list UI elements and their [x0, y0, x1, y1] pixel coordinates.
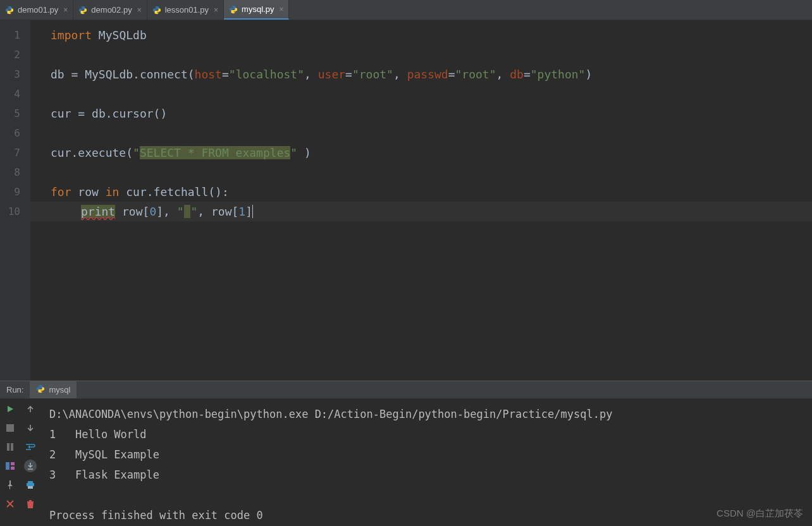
identifier: MySQLdb [92, 28, 147, 42]
tab-label: demo01.py [18, 5, 58, 15]
code-line-5[interactable]: cur = db.cursor() [30, 104, 812, 123]
tab-demo01[interactable]: demo01.py × [0, 0, 73, 20]
code-line-4[interactable] [30, 84, 812, 104]
console-line: D:\ANACONDA\envs\python-begin\python.exe… [49, 408, 612, 420]
svg-rect-4 [11, 462, 15, 465]
highlighted-text: SELECT * FROM examples [140, 146, 290, 159]
run-panel: Run: mysql D:\ANACOND [0, 381, 812, 526]
console-output[interactable]: D:\ANACONDA\envs\python-begin\python.exe… [40, 399, 812, 526]
line-number: 2 [0, 45, 30, 64]
python-icon [36, 384, 45, 395]
code-line-1[interactable]: import MySQLdb [30, 25, 812, 45]
layout-button[interactable] [4, 460, 16, 472]
delete-icon[interactable] [24, 498, 37, 510]
console-line: 1 Hello World [49, 428, 147, 441]
line-number: 6 [0, 123, 30, 143]
tab-label: mysql.py [242, 4, 274, 14]
svg-rect-2 [11, 443, 13, 451]
python-icon [152, 6, 161, 15]
down-arrow-icon[interactable] [24, 422, 37, 434]
scroll-to-end-icon[interactable] [24, 460, 37, 472]
line-number: 8 [0, 162, 30, 182]
print-icon[interactable] [24, 479, 37, 491]
code-line-10[interactable]: print row[0], " ", row[1] [30, 202, 812, 221]
line-number: 7 [0, 143, 30, 162]
svg-rect-6 [28, 481, 33, 483]
keyword: import [51, 28, 92, 42]
editor[interactable]: 1 2 3 4 5 6 7 8 9 10 import MySQLdb db =… [0, 20, 812, 381]
pause-button[interactable] [4, 441, 16, 453]
tab-demo02[interactable]: demo02.py × [73, 0, 147, 20]
line-number: 9 [0, 182, 30, 202]
line-number: 4 [0, 84, 30, 104]
run-header: Run: mysql [0, 381, 812, 399]
run-label: Run: [0, 385, 30, 394]
close-icon[interactable]: × [63, 6, 68, 15]
code-line-8[interactable] [30, 162, 812, 182]
code-line-2[interactable] [30, 45, 812, 64]
console-line: Process finished with exit code 0 [49, 509, 263, 522]
close-button[interactable] [4, 498, 16, 510]
rerun-button[interactable] [4, 403, 16, 415]
watermark: CSDN @白芷加茯苓 [717, 508, 803, 520]
svg-rect-3 [6, 462, 9, 470]
soft-wrap-icon[interactable] [24, 441, 37, 453]
run-tab-label: mysql [49, 385, 70, 394]
python-icon [229, 5, 238, 14]
print-keyword: print [81, 205, 115, 218]
tab-mysql[interactable]: mysql.py × [224, 0, 289, 20]
svg-rect-7 [27, 483, 34, 486]
pin-button[interactable] [4, 479, 16, 491]
tab-label: lesson01.py [165, 5, 209, 15]
editor-tab-bar: demo01.py × demo02.py × lesson01.py × my… [0, 0, 812, 20]
tab-lesson01[interactable]: lesson01.py × [147, 0, 224, 20]
console-line: 3 Flask Example [49, 468, 159, 481]
line-number: 5 [0, 104, 30, 123]
tab-label: demo02.py [91, 5, 132, 15]
close-icon[interactable]: × [279, 5, 283, 14]
up-arrow-icon[interactable] [24, 403, 37, 415]
svg-rect-1 [7, 443, 9, 451]
code-area[interactable]: import MySQLdb db = MySQLdb.connect(host… [30, 20, 812, 381]
svg-rect-0 [6, 424, 14, 432]
console-line: 2 MySQL Example [49, 448, 159, 461]
run-tab[interactable]: mysql [30, 381, 77, 398]
svg-rect-8 [28, 486, 33, 489]
close-icon[interactable]: × [137, 6, 142, 15]
line-number: 10 [0, 202, 30, 221]
line-number: 1 [0, 25, 30, 45]
stop-button[interactable] [4, 422, 16, 434]
run-toolbar [0, 399, 40, 526]
svg-rect-5 [11, 467, 15, 470]
code-line-9[interactable]: for row in cur.fetchall(): [30, 182, 812, 202]
code-line-7[interactable]: cur.execute("SELECT * FROM examples" ) [30, 143, 812, 162]
close-icon[interactable]: × [214, 6, 218, 15]
python-icon [5, 6, 14, 15]
gutter: 1 2 3 4 5 6 7 8 9 10 [0, 20, 30, 381]
code-line-3[interactable]: db = MySQLdb.connect(host="localhost", u… [30, 64, 812, 84]
line-number: 3 [0, 64, 30, 84]
code-line-6[interactable] [30, 123, 812, 143]
python-icon [78, 6, 87, 15]
